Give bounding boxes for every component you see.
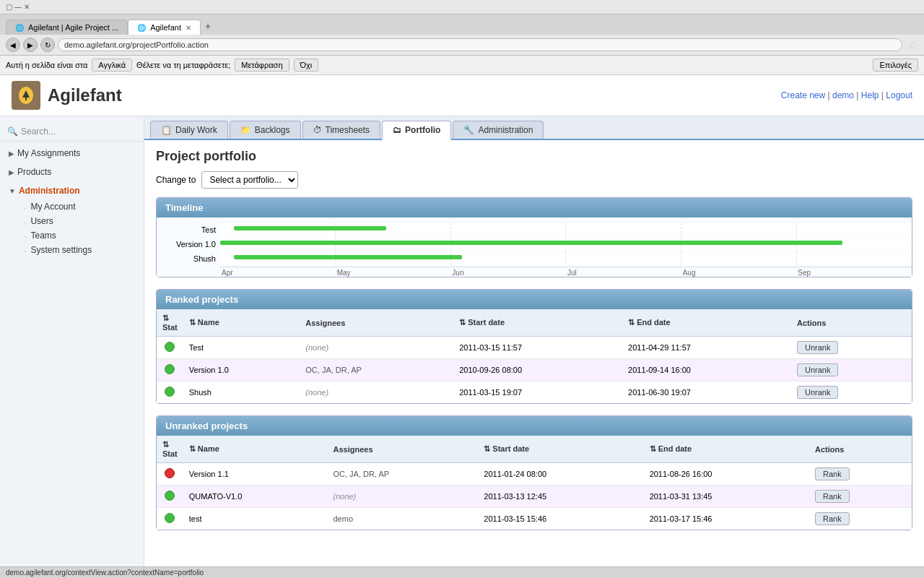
tab-daily-work[interactable]: 📋 Daily Work — [150, 121, 228, 139]
tab-backlogs-label: Backlogs — [255, 125, 290, 135]
new-tab-button[interactable]: + — [201, 17, 215, 35]
portfolio-select[interactable]: Select a portfolio... — [201, 171, 298, 189]
unrank-button[interactable]: Unrank — [797, 341, 838, 354]
forward-button[interactable]: ▶ — [23, 38, 38, 52]
translate-button[interactable]: Μετάφραση — [235, 59, 289, 72]
timeline-label-version: Version 1.0 — [157, 238, 220, 251]
timeline-months: Apr May Jun Jul Aug Sep — [220, 267, 912, 277]
col-name-unranked[interactable]: ⇅ Name — [183, 436, 328, 463]
rank-button[interactable]: Rank — [815, 490, 850, 503]
no-translate-button[interactable]: Όχι — [294, 59, 319, 72]
sidebar-item-my-account[interactable]: My Account — [17, 199, 144, 214]
sidebar-item-assignments[interactable]: ▶ My Assignments — [0, 144, 144, 162]
sidebar-item-system-settings[interactable]: System settings — [17, 243, 144, 257]
tab-portfolio-label: Portfolio — [405, 125, 440, 135]
back-button[interactable]: ◀ — [6, 38, 20, 52]
inactive-tab-label: Agilefant | Agile Project ... — [28, 23, 118, 32]
col-stat-ranked[interactable]: ⇅ Stat — [157, 309, 183, 337]
action-cell: Rank — [809, 508, 912, 530]
tab-backlogs[interactable]: 📁 Backlogs — [230, 121, 301, 139]
address-bar[interactable]: demo.agilefant.org/projectPortfolio.acti… — [58, 38, 902, 51]
col-name-ranked[interactable]: ⇅ Name — [183, 309, 300, 337]
col-start-unranked[interactable]: ⇅ Start date — [478, 436, 643, 463]
content-area: Project portfolio Change to Select a por… — [144, 140, 924, 578]
name-cell: test — [183, 508, 328, 530]
unrank-button[interactable]: Unrank — [797, 386, 838, 399]
end-date-cell: 2011-03-31 13:45 — [644, 486, 809, 508]
bookmark-icon[interactable]: ☆ — [908, 38, 918, 52]
sidebar-item-users[interactable]: Users — [17, 214, 144, 228]
system-settings-label: System settings — [30, 245, 92, 255]
month-aug: Aug — [681, 269, 797, 277]
demo-link[interactable]: demo — [832, 90, 854, 100]
search-field[interactable]: 🔍 Search... — [0, 122, 144, 142]
col-actions-unranked: Actions — [809, 436, 912, 463]
status-cell — [157, 463, 183, 486]
refresh-button[interactable]: ↻ — [40, 38, 55, 52]
timeline-bar-area-test — [220, 223, 912, 236]
col-start-ranked[interactable]: ⇅ Start date — [453, 309, 622, 337]
action-cell: Unrank — [791, 359, 912, 381]
start-date-cell: 2011-03-13 12:45 — [478, 486, 643, 508]
end-date-cell: 2011-06-30 19:07 — [622, 381, 791, 404]
status-dot — [165, 364, 175, 374]
month-apr: Apr — [220, 269, 336, 277]
users-label: Users — [30, 216, 53, 226]
tab-timesheets-label: Timesheets — [326, 125, 370, 135]
col-assignees-unranked: Assignees — [327, 436, 478, 463]
sidebar-products-label: Products — [17, 167, 51, 177]
close-tab-icon[interactable]: ✕ — [186, 24, 191, 32]
sidebar-administration-label: Administration — [19, 186, 80, 196]
tab-administration[interactable]: 🔧 Administration — [453, 121, 544, 139]
col-end-ranked[interactable]: ⇅ End date — [622, 309, 791, 337]
sidebar-item-products[interactable]: ▶ Products — [0, 163, 144, 181]
action-cell: Unrank — [791, 337, 912, 359]
tab-portfolio[interactable]: 🗂 Portfolio — [382, 121, 451, 140]
assignees-cell: OC, JA, DR, AP — [300, 359, 453, 381]
sidebar-item-administration[interactable]: ▼ Administration — [0, 182, 144, 199]
unranked-projects-header: Unranked projects — [157, 416, 912, 436]
change-to-label: Change to — [156, 175, 196, 185]
ranked-projects-section: Ranked projects ⇅ Stat ⇅ Name Assignees … — [156, 289, 912, 404]
month-jun: Jun — [450, 269, 566, 277]
unranked-table-row: Version 1.1 OC, JA, DR, AP 2011-01-24 08… — [157, 463, 912, 486]
daily-work-icon: 📋 — [161, 125, 172, 135]
create-new-link[interactable]: Create new — [781, 90, 825, 100]
col-end-unranked[interactable]: ⇅ End date — [644, 436, 809, 463]
name-cell: Test — [183, 337, 300, 359]
tab-daily-work-label: Daily Work — [175, 125, 217, 135]
search-placeholder: Search... — [21, 126, 56, 137]
rank-button[interactable]: Rank — [815, 512, 850, 525]
sidebar-assignments-label: My Assignments — [17, 148, 80, 158]
tab-timesheets[interactable]: ⏱ Timesheets — [302, 121, 381, 139]
unranked-table-header-row: ⇅ Stat ⇅ Name Assignees ⇅ Start date ⇅ E… — [157, 436, 912, 463]
name-cell: QUMATO-V1.0 — [183, 486, 328, 508]
logout-link[interactable]: Logout — [886, 90, 912, 100]
status-dot — [165, 387, 175, 397]
timeline-body: Test — [157, 217, 912, 277]
inactive-tab[interactable]: 🌐 Agilefant | Agile Project ... — [6, 20, 128, 35]
right-panel: 📋 Daily Work 📁 Backlogs ⏱ Timesheets 🗂 P… — [144, 116, 924, 578]
unranked-table-body: Version 1.1 OC, JA, DR, AP 2011-01-24 08… — [157, 463, 912, 530]
status-bar: demo.agilefant.org/contextView.action?co… — [0, 566, 924, 578]
active-tab[interactable]: 🌐 Agilefant ✕ — [128, 20, 201, 35]
timeline-row-version: Version 1.0 — [157, 238, 912, 251]
sidebar-item-teams[interactable]: Teams — [17, 228, 144, 243]
options-button[interactable]: Επιλογές — [873, 59, 918, 72]
search-icon: 🔍 — [7, 126, 18, 137]
translate-lang-btn[interactable]: Αγγλικά — [92, 59, 132, 72]
help-link[interactable]: Help — [861, 90, 879, 100]
browser-title-bar: ▢ — ✕ — [0, 0, 924, 14]
logo-icon — [12, 81, 40, 110]
status-cell — [157, 508, 183, 530]
col-stat-unranked[interactable]: ⇅ Stat — [157, 436, 183, 463]
month-jul: Jul — [566, 269, 681, 277]
sidebar-section-administration: ▼ Administration My Account Users Teams … — [0, 182, 144, 257]
rank-button[interactable]: Rank — [815, 467, 850, 480]
unrank-button[interactable]: Unrank — [797, 363, 838, 376]
col-actions-ranked: Actions — [791, 309, 912, 337]
arrow-icon-admin: ▼ — [9, 187, 16, 195]
timeline-label-shush: Shush — [157, 252, 220, 265]
ranked-table-row: Version 1.0 OC, JA, DR, AP 2010-09-26 08… — [157, 359, 912, 381]
app-title: Agilefant — [48, 85, 122, 105]
